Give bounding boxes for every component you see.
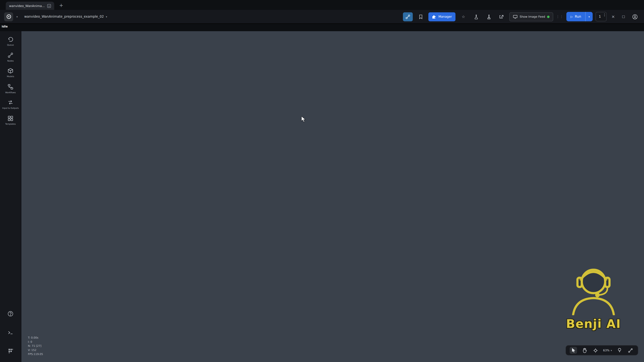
canvas-stats: T: 0.00s I: 0 N: 71 [27] V: 152 FPS:119.… bbox=[28, 336, 43, 356]
fit-view-icon bbox=[593, 348, 598, 353]
apps-grid-button[interactable] bbox=[8, 348, 13, 356]
image-feed-icon bbox=[513, 14, 518, 18]
benji-ai-watermark: Benji AI bbox=[550, 262, 637, 343]
stepper-carets-icon[interactable]: ▴▾ bbox=[604, 13, 605, 17]
toggle-link-render-button[interactable] bbox=[627, 347, 634, 354]
terminal-icon bbox=[7, 330, 14, 336]
app-window: wanvideo_WanAnima... × + ▾ wanvideo_WanA… bbox=[0, 0, 644, 362]
select-tool-button[interactable] bbox=[570, 347, 577, 354]
user-account-button[interactable] bbox=[630, 12, 640, 21]
show-image-feed-button[interactable]: Show Image Feed bbox=[510, 12, 553, 21]
workflow-name-menu[interactable]: wanvideo_WanAnimate_preprocess_example_0… bbox=[24, 15, 107, 18]
tab-bar: wanvideo_WanAnima... × + bbox=[0, 0, 644, 10]
stat-line: I: 0 bbox=[28, 340, 43, 344]
left-sidebar: Queue Nodes Models Workflows Input & Out… bbox=[0, 31, 21, 362]
workflow-tab[interactable]: wanvideo_WanAnima... × bbox=[6, 1, 54, 10]
sidebar-item-workflows[interactable]: Workflows bbox=[1, 84, 20, 93]
hand-icon bbox=[582, 348, 587, 353]
batch-count-value: 1 bbox=[599, 15, 601, 18]
run-button[interactable]: ▷ Run ▾ bbox=[566, 12, 593, 21]
lightbulb-icon bbox=[617, 348, 622, 353]
flask-button-1[interactable] bbox=[471, 12, 481, 21]
batch-count-stepper[interactable]: 1 ▴▾ bbox=[596, 12, 606, 21]
share-button[interactable] bbox=[497, 12, 506, 21]
main-toolbar: ▾ wanvideo_WanAnimate_preprocess_example… bbox=[0, 10, 644, 24]
help-button[interactable] bbox=[7, 311, 14, 319]
manager-label: Manager bbox=[438, 15, 452, 18]
graph-view-button[interactable] bbox=[403, 12, 413, 21]
stat-line: T: 0.00s bbox=[28, 336, 43, 340]
bookmark-icon bbox=[418, 14, 423, 19]
stat-line: V: 152 bbox=[28, 348, 43, 352]
new-tab-button[interactable]: + bbox=[59, 2, 63, 8]
puzzle-icon bbox=[432, 14, 436, 18]
nodes-icon bbox=[7, 52, 14, 58]
flask-icon bbox=[474, 14, 478, 19]
graph-icon bbox=[406, 14, 410, 19]
feed-status-dot bbox=[547, 15, 550, 18]
graph-canvas[interactable]: Benji AI T: 0.00s I: 0 N: 71 [27] V: 152… bbox=[21, 31, 644, 362]
drag-handle-icon[interactable]: ⋮⋮ bbox=[556, 15, 564, 18]
bookmark-button[interactable] bbox=[416, 12, 426, 21]
zoom-level: 63% bbox=[603, 349, 610, 352]
stat-line: FPS:119.05 bbox=[28, 352, 43, 356]
zoom-control[interactable]: 63% ▾ bbox=[603, 349, 612, 352]
models-icon bbox=[7, 68, 14, 74]
chevron-down-icon: ▾ bbox=[106, 15, 107, 18]
flask-button-2[interactable] bbox=[484, 12, 494, 21]
chevron-down-icon: ▾ bbox=[611, 349, 612, 352]
cursor-icon bbox=[571, 348, 576, 353]
sidebar-item-templates[interactable]: Templates bbox=[1, 115, 20, 125]
share-icon bbox=[499, 14, 504, 19]
status-label: Idle bbox=[2, 25, 8, 28]
comfyui-logo-icon bbox=[6, 14, 12, 19]
stop-button[interactable]: □ bbox=[620, 15, 627, 18]
templates-icon bbox=[7, 115, 14, 121]
star-icon: ☆ bbox=[462, 14, 465, 18]
link-render-icon bbox=[628, 348, 633, 353]
star-button[interactable]: ☆ bbox=[458, 12, 468, 21]
help-icon bbox=[7, 311, 14, 317]
sidebar-item-input-outputs[interactable]: Input & Outputs bbox=[1, 99, 20, 109]
clear-queue-button[interactable]: × bbox=[610, 14, 617, 19]
benji-ai-figure bbox=[562, 262, 624, 315]
logo-menu-caret[interactable]: ▾ bbox=[16, 15, 18, 18]
tab-close-icon[interactable]: × bbox=[47, 4, 51, 7]
sidebar-item-queue[interactable]: Queue bbox=[1, 36, 20, 46]
manager-button[interactable]: Manager bbox=[428, 12, 456, 21]
workflows-icon bbox=[7, 84, 14, 90]
tab-label: wanvideo_WanAnima... bbox=[9, 4, 45, 7]
input-outputs-icon bbox=[7, 99, 14, 105]
status-bar: Idle bbox=[0, 24, 644, 31]
comfyui-logo[interactable] bbox=[4, 12, 13, 21]
flask-icon bbox=[487, 14, 491, 19]
benji-ai-text: Benji AI bbox=[550, 317, 637, 331]
user-icon bbox=[632, 14, 638, 19]
queue-history-icon bbox=[7, 36, 14, 42]
stat-line: N: 71 [27] bbox=[28, 344, 43, 348]
workflow-name: wanvideo_WanAnimate_preprocess_example_0… bbox=[24, 15, 104, 18]
play-icon: ▷ bbox=[570, 15, 573, 18]
apps-grid-icon bbox=[8, 348, 13, 354]
toggle-lightbulb-button[interactable] bbox=[616, 347, 623, 354]
canvas-toolbar: 63% ▾ bbox=[566, 345, 638, 356]
mouse-cursor bbox=[301, 116, 307, 123]
fit-view-button[interactable] bbox=[592, 347, 600, 354]
show-image-feed-label: Show Image Feed bbox=[520, 15, 545, 18]
sidebar-item-nodes[interactable]: Nodes bbox=[1, 52, 20, 62]
terminal-button[interactable] bbox=[7, 329, 14, 337]
sidebar-item-models[interactable]: Models bbox=[1, 68, 20, 78]
pan-tool-button[interactable] bbox=[581, 347, 588, 354]
graph-world: Benji AI bbox=[21, 31, 644, 362]
run-options-caret[interactable]: ▾ bbox=[585, 12, 592, 21]
run-label: Run bbox=[575, 15, 581, 18]
